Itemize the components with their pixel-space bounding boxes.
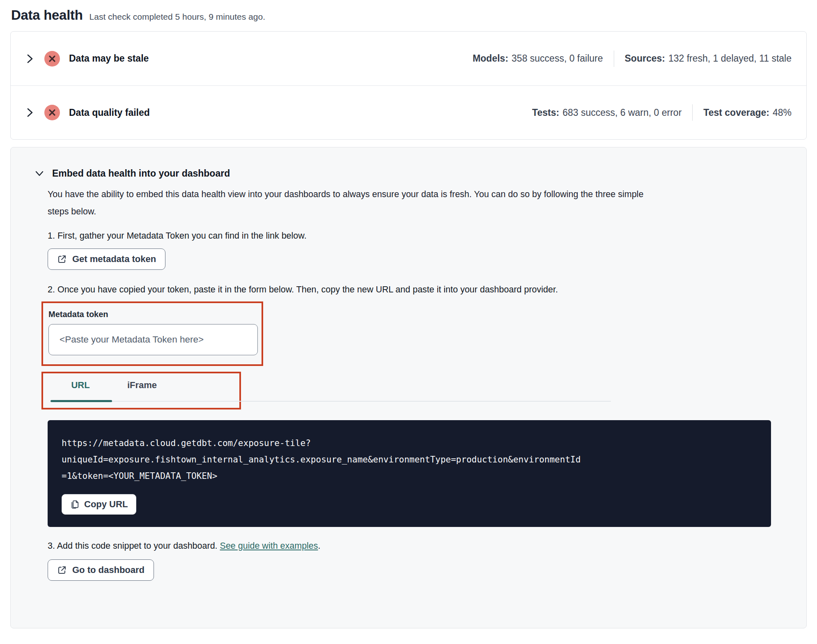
error-circle-x-icon [44, 51, 60, 67]
status-card: Data may be stale Models: 358 success, 0… [10, 31, 807, 140]
status-row-data-stale: Data may be stale Models: 358 success, 0… [11, 32, 806, 85]
step-3-period: . [318, 541, 321, 551]
annotation-box-token-field: Metadata token [41, 301, 263, 366]
chevron-down-icon[interactable] [34, 170, 45, 178]
step-3-text: 3. Add this code snippet to your dashboa… [48, 541, 782, 551]
error-circle-x-icon [44, 105, 60, 120]
embed-url-line: uniqueId=exposure.fishtown_internal_anal… [62, 451, 757, 468]
copy-icon [70, 500, 80, 509]
external-link-icon [57, 254, 67, 264]
page-header: Data health Last check completed 5 hours… [11, 7, 807, 23]
sources-stat-value: 132 fresh, 1 delayed, 11 stale [668, 53, 792, 64]
get-metadata-token-button[interactable]: Get metadata token [48, 248, 165, 270]
coverage-stat-value: 48% [773, 107, 792, 118]
active-tab-underline [50, 400, 112, 402]
page-title: Data health [11, 7, 83, 23]
embed-description: You have the ability to embed this data … [48, 186, 651, 220]
divider [614, 51, 614, 67]
divider [692, 104, 693, 121]
last-check-status: Last check completed 5 hours, 9 minutes … [90, 12, 265, 22]
sources-stat-label: Sources: [625, 53, 665, 64]
embed-url-line: https://metadata.cloud.getdbt.com/exposu… [62, 435, 757, 451]
output-format-tabs: URL iFrame [50, 380, 239, 391]
copy-url-button[interactable]: Copy URL [62, 494, 136, 515]
embed-section: Embed data health into your dashboard Yo… [10, 147, 807, 628]
status-row-title: Data quality failed [69, 107, 150, 118]
embed-url-line: =1&token=<YOUR_METADATA_TOKEN> [62, 468, 757, 484]
status-row-title: Data may be stale [69, 53, 149, 64]
see-guide-link[interactable]: See guide with examples [220, 541, 318, 551]
copy-url-label: Copy URL [84, 499, 128, 510]
tab-url[interactable]: URL [50, 380, 111, 391]
status-row-data-quality: Data quality failed Tests: 683 success, … [11, 85, 806, 139]
go-to-dashboard-label: Go to dashboard [72, 565, 145, 575]
step-1-text: 1. First, gather your Metadata Token you… [48, 231, 782, 241]
tab-iframe[interactable]: iFrame [111, 380, 173, 391]
metadata-token-label: Metadata token [48, 310, 262, 319]
tests-stat-value: 683 success, 6 warn, 0 error [562, 107, 682, 118]
tab-track-line [50, 401, 611, 402]
embed-section-header[interactable]: Embed data health into your dashboard [34, 168, 782, 179]
data-health-page: Data health Last check completed 5 hours… [0, 0, 817, 628]
external-link-icon [57, 565, 67, 575]
status-row-stats: Models: 358 success, 0 failure Sources: … [473, 51, 792, 67]
models-stat-label: Models: [473, 53, 508, 64]
go-to-dashboard-button[interactable]: Go to dashboard [48, 559, 154, 581]
coverage-stat-label: Test coverage: [703, 107, 769, 118]
embed-url-code-block: https://metadata.cloud.getdbt.com/exposu… [48, 420, 771, 527]
step-3-prefix: 3. Add this code snippet to your dashboa… [48, 541, 218, 551]
tests-stat-label: Tests: [532, 107, 559, 118]
embed-section-title: Embed data health into your dashboard [52, 168, 230, 179]
annotation-box-tabs: URL iFrame [41, 372, 241, 409]
metadata-token-input[interactable] [48, 324, 258, 355]
step-2-text: 2. Once you have copied your token, past… [48, 285, 782, 295]
models-stat-value: 358 success, 0 failure [512, 53, 603, 64]
status-row-stats: Tests: 683 success, 6 warn, 0 error Test… [532, 104, 792, 121]
chevron-right-icon[interactable] [25, 53, 34, 64]
get-metadata-token-label: Get metadata token [72, 254, 156, 264]
chevron-right-icon[interactable] [25, 107, 34, 118]
